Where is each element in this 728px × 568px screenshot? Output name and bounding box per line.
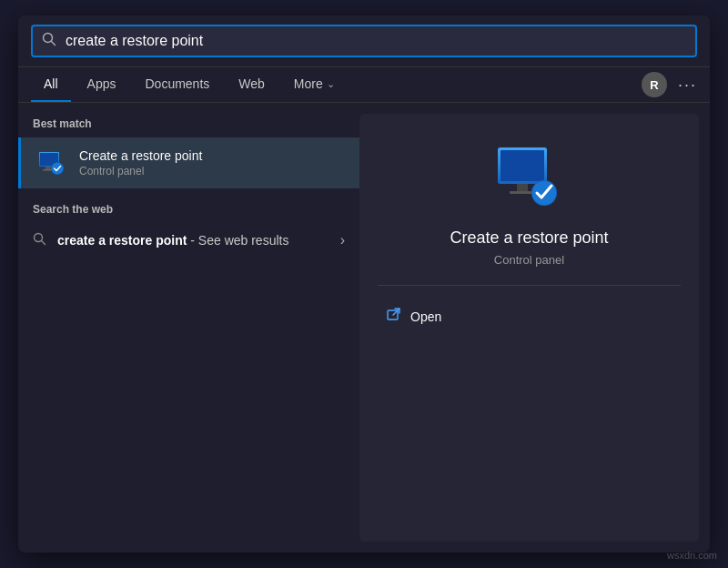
- open-action[interactable]: Open: [378, 300, 681, 333]
- best-match-item[interactable]: Create a restore point Control panel: [18, 137, 359, 188]
- tabs-right: R ···: [642, 72, 697, 97]
- svg-line-10: [42, 241, 46, 245]
- web-result-item[interactable]: create a restore point - See web results…: [18, 223, 359, 258]
- web-section: Search the web create a restore point - …: [18, 203, 359, 258]
- action-list: Open: [378, 300, 681, 333]
- chevron-right-icon: ›: [340, 232, 345, 248]
- left-panel: Best match: [18, 103, 359, 553]
- open-link-icon: [387, 308, 401, 326]
- detail-subtitle: Control panel: [494, 253, 564, 267]
- best-match-subtitle: Control panel: [79, 165, 202, 178]
- tab-all[interactable]: All: [31, 67, 71, 102]
- tab-web[interactable]: Web: [226, 67, 278, 102]
- svg-line-1: [52, 42, 56, 46]
- best-match-title: Create a restore point: [79, 148, 202, 163]
- web-result-text: create a restore point - See web results: [57, 232, 329, 248]
- tabs-row: All Apps Documents Web More ⌄ R ···: [18, 67, 710, 103]
- open-label: Open: [410, 309, 441, 324]
- web-search-icon: [33, 232, 46, 248]
- watermark: wsxdn.com: [667, 550, 717, 561]
- detail-title: Create a restore point: [450, 228, 608, 248]
- restore-point-icon: [35, 147, 68, 179]
- more-options-button[interactable]: ···: [678, 76, 697, 95]
- best-match-label: Best match: [18, 117, 359, 130]
- search-bar: [18, 15, 710, 67]
- tab-apps[interactable]: Apps: [75, 67, 129, 102]
- tabs-left: All Apps Documents Web More ⌄: [31, 67, 348, 102]
- svg-line-19: [393, 309, 399, 315]
- svg-rect-14: [517, 184, 528, 191]
- search-input-wrapper[interactable]: [31, 25, 697, 57]
- search-input[interactable]: [66, 33, 686, 49]
- tab-documents[interactable]: Documents: [132, 67, 222, 102]
- divider: [378, 285, 681, 286]
- right-panel: Create a restore point Control panel Ope…: [359, 114, 699, 542]
- main-content: Best match: [18, 103, 710, 553]
- chevron-down-icon: ⌄: [327, 78, 335, 90]
- svg-point-8: [52, 163, 64, 175]
- svg-rect-13: [500, 150, 544, 181]
- web-section-label: Search the web: [18, 203, 359, 216]
- svg-rect-15: [510, 191, 535, 194]
- search-window: All Apps Documents Web More ⌄ R ···: [18, 15, 710, 553]
- search-icon: [42, 32, 56, 50]
- user-avatar[interactable]: R: [642, 72, 667, 97]
- best-match-text: Create a restore point Control panel: [79, 148, 202, 178]
- detail-app-icon: [493, 141, 566, 214]
- tab-more[interactable]: More ⌄: [281, 67, 348, 102]
